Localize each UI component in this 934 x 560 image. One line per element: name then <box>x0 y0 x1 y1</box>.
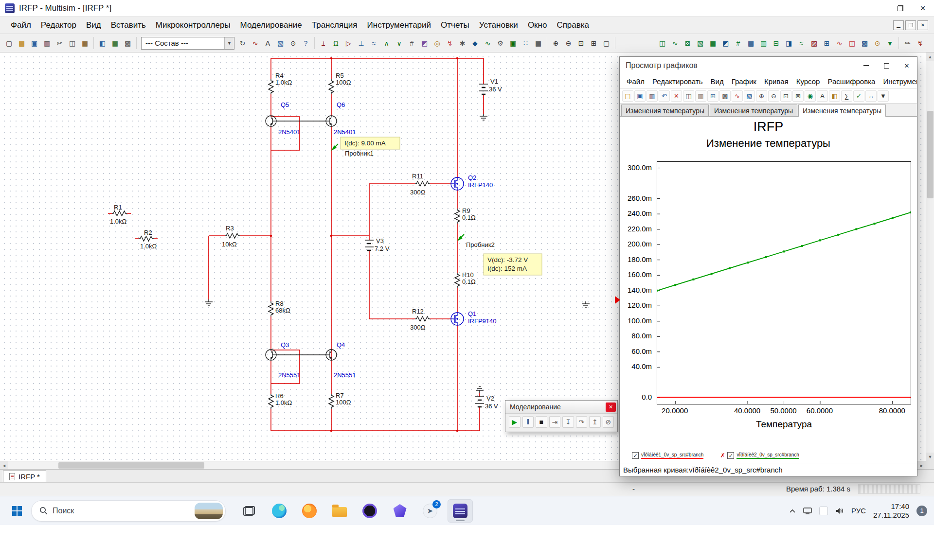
source-V2[interactable] <box>475 397 484 407</box>
plot-area[interactable] <box>657 161 911 404</box>
resistor-R9[interactable] <box>455 209 460 224</box>
label-R8-ref[interactable]: R8 <box>275 300 284 307</box>
ground-2[interactable] <box>205 299 213 306</box>
logic-converter-icon[interactable]: ⊟ <box>770 37 782 49</box>
label-R7-val[interactable]: 100Ω <box>336 399 351 406</box>
place-source-icon[interactable]: ± <box>317 37 329 49</box>
probe-2-readout[interactable]: V(dc): -3.72 V I(dc): 152 mA <box>484 254 542 275</box>
postprocessor-icon[interactable]: ↯ <box>914 37 926 49</box>
simulation-panel[interactable]: Моделирование ✕ ▶‖■⇥↧↷↥⊘ <box>505 400 618 432</box>
label-R6-ref[interactable]: R6 <box>275 392 284 400</box>
volume-button[interactable] <box>835 507 844 515</box>
step-over-button[interactable]: ↷ <box>576 416 588 428</box>
taskbar-search[interactable]: Поиск <box>31 500 226 522</box>
label-Q2-val[interactable]: IRFP140 <box>468 181 493 189</box>
label-Q6-ref[interactable]: Q6 <box>337 101 345 108</box>
resistor-R5[interactable] <box>329 79 334 94</box>
agilent-multimeter-icon[interactable]: ◫ <box>846 37 858 49</box>
print-icon[interactable]: ▥ <box>41 37 53 49</box>
place-indicator-icon[interactable]: ◎ <box>431 37 443 49</box>
frequency-counter-icon[interactable]: # <box>732 37 744 49</box>
in-use-list-combo[interactable]: --- Состав --- ▼ <box>141 37 234 50</box>
new-design-icon[interactable]: ▢ <box>3 37 15 49</box>
badged-app-button[interactable]: ➤ 2 <box>417 499 443 523</box>
zoom-full-icon[interactable]: ▢ <box>600 37 612 49</box>
paste-icon[interactable]: ▦ <box>695 90 706 102</box>
place-analog-icon[interactable]: ≈ <box>368 37 380 49</box>
label-V2-ref[interactable]: V2 <box>486 395 494 402</box>
label-Q5-val[interactable]: 2N5401 <box>278 128 301 136</box>
zoom-out-icon[interactable]: ⊖ <box>768 90 779 102</box>
minimize-button[interactable]: — <box>867 0 889 16</box>
resistor-R8[interactable] <box>269 301 273 316</box>
label-V1-val[interactable]: 36 V <box>489 86 502 93</box>
run-button[interactable]: ▶ <box>509 416 521 428</box>
mdi-close-button[interactable]: ✕ <box>917 20 928 30</box>
label-V2-val[interactable]: 36 V <box>485 402 498 410</box>
grapher-maximize-button[interactable] <box>876 57 897 74</box>
language-indicator[interactable]: РУС <box>851 507 866 515</box>
axes-icon[interactable]: ↔ <box>865 90 877 102</box>
zoom-out-icon[interactable]: ⊖ <box>562 37 575 49</box>
close-button[interactable]: ✕ <box>912 0 934 16</box>
label-Q1-ref[interactable]: Q1 <box>468 310 476 317</box>
simulation-panel-close-button[interactable]: ✕ <box>606 402 616 412</box>
label-Q5-ref[interactable]: Q5 <box>281 101 289 108</box>
label-R2-val[interactable]: 1.0kΩ <box>140 243 157 250</box>
restore-button[interactable] <box>889 0 912 16</box>
zoom-area-icon[interactable]: ⊡ <box>575 37 587 49</box>
probe-2-icon[interactable] <box>457 234 464 241</box>
save-icon[interactable]: ▣ <box>634 90 646 102</box>
scroll-up-icon[interactable]: ▲ <box>926 52 934 61</box>
transistor-Q5[interactable] <box>266 116 276 126</box>
place-ni-component-icon[interactable]: ▣ <box>507 37 519 49</box>
select-icon[interactable]: ✓ <box>853 90 864 102</box>
label-Q2-ref[interactable]: Q2 <box>468 174 476 181</box>
menu-item[interactable]: Моделирование <box>235 18 307 33</box>
place-connector-icon[interactable]: ∷ <box>520 37 532 49</box>
pause-next-button[interactable]: ⇥ <box>549 416 561 428</box>
grapher-menu-item[interactable]: Кривая <box>760 75 792 88</box>
help-icon[interactable]: ? <box>300 37 312 49</box>
resistor-R7[interactable] <box>329 394 334 409</box>
grapher-menu-item[interactable]: Файл <box>623 75 648 88</box>
menu-item[interactable]: Инструментарий <box>362 18 436 33</box>
label-R5-ref[interactable]: R5 <box>336 72 344 79</box>
taskview-button[interactable] <box>236 499 262 523</box>
spectrum-analyzer-icon[interactable]: ▨ <box>808 37 820 49</box>
scroll-right-icon[interactable]: ► <box>917 461 926 470</box>
mdi-restore-button[interactable] <box>905 20 916 30</box>
label-R4-val[interactable]: 1.0kΩ <box>275 79 292 86</box>
mosfet-Q2[interactable] <box>451 177 464 190</box>
place-power-icon[interactable]: ↯ <box>444 37 456 49</box>
save-icon[interactable]: ▣ <box>28 37 40 49</box>
spreadsheet-view-icon[interactable]: ▦ <box>109 37 121 49</box>
tektronix-scope-icon[interactable]: ▩ <box>859 37 871 49</box>
resistor-R2[interactable] <box>139 236 154 241</box>
delete-icon[interactable]: ✕ <box>671 90 682 102</box>
purple-app-button[interactable] <box>387 499 413 523</box>
place-mcu-icon[interactable]: ▦ <box>532 37 544 49</box>
word-generator-icon[interactable]: ▤ <box>745 37 757 49</box>
place-diode-icon[interactable]: ▷ <box>342 37 355 49</box>
grapher-menu-item[interactable]: Инструментарий <box>879 75 917 88</box>
scroll-left-icon[interactable]: ◄ <box>0 461 8 470</box>
transistor-Q3[interactable] <box>266 350 276 360</box>
wire-mode-icon[interactable]: ∿ <box>249 37 261 49</box>
text-tool-icon[interactable]: A <box>262 37 274 49</box>
copy-icon[interactable]: ◫ <box>683 90 694 102</box>
legend-item[interactable]: ✗ ✓ vÏðîáíèê2_0v_sp_src#branch <box>720 452 799 459</box>
oscilloscope-icon[interactable]: ▧ <box>694 37 706 49</box>
export-icon[interactable]: ▼ <box>878 90 889 102</box>
grapher-tab[interactable]: Изменения температуры <box>621 105 709 116</box>
analysis-icon[interactable]: ∑ <box>841 90 852 102</box>
tray-chevron-button[interactable] <box>789 508 796 513</box>
open-icon[interactable]: ▤ <box>622 90 633 102</box>
label-R3-ref[interactable]: R3 <box>226 225 234 232</box>
find-icon[interactable]: ⊙ <box>287 37 299 49</box>
menu-item[interactable]: Окно <box>523 18 552 33</box>
resistor-R11[interactable] <box>415 181 430 186</box>
label-Q6-val[interactable]: 2N5401 <box>334 128 356 136</box>
grapher-titlebar[interactable]: Просмотр графиков ✕ <box>620 57 917 74</box>
label-V1-ref[interactable]: V1 <box>490 78 498 85</box>
